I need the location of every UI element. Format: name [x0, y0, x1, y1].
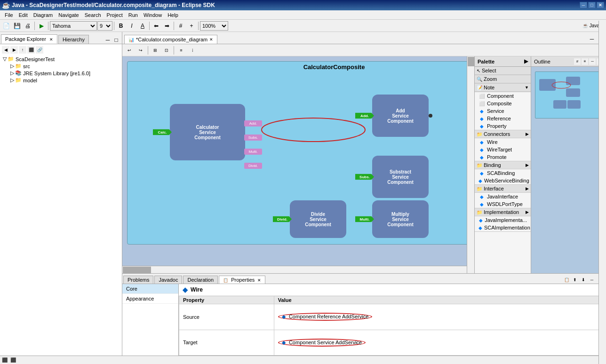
palette-item-javaimpl[interactable]: ◆ JavaImplementa...: [475, 216, 531, 224]
tree-src[interactable]: ▷ 📁 src: [2, 63, 120, 70]
menu-navigate[interactable]: Navigate: [56, 11, 81, 19]
connectors-expand-icon[interactable]: ▶: [526, 132, 529, 136]
expand-src-icon[interactable]: ▷: [9, 63, 15, 69]
palette-item-wsdlporttype[interactable]: ◆ WSDLPortType: [475, 200, 531, 208]
zoom-fit[interactable]: ⊞: [150, 45, 160, 55]
menu-help[interactable]: Help: [165, 11, 181, 19]
palette-item-reference[interactable]: ◆ Reference: [475, 115, 531, 122]
minimize-button[interactable]: ─: [580, 2, 587, 8]
tree-up[interactable]: ↑: [19, 46, 26, 54]
note-expand-icon[interactable]: ▼: [525, 85, 529, 90]
close-package-explorer[interactable]: ✕: [49, 37, 53, 42]
palette-item-scabinding[interactable]: ◆ SCABinding: [475, 169, 531, 177]
bottom-btn3[interactable]: ⬇: [580, 276, 587, 284]
diagram-canvas[interactable]: CalculatorComposite Calculator: [127, 61, 474, 245]
min-bottom[interactable]: ─: [588, 276, 596, 284]
menu-search[interactable]: Search: [82, 11, 104, 19]
binding-expand-icon[interactable]: ▶: [526, 163, 529, 167]
menu-project[interactable]: Project: [104, 11, 126, 19]
close-editor-tab[interactable]: ✕: [209, 37, 213, 42]
zoom-page[interactable]: ⊡: [161, 45, 172, 55]
zoom-in-button[interactable]: +: [186, 21, 197, 31]
bottom-btn1[interactable]: 📋: [563, 276, 570, 284]
palette-item-service[interactable]: ◆ Service: [475, 107, 531, 115]
palette-item-promote[interactable]: ◆ Promote: [475, 153, 531, 161]
impl-expand-icon[interactable]: ▶: [526, 210, 529, 214]
bottom-core-item[interactable]: Core: [122, 284, 178, 294]
tree-collapse[interactable]: ⬛: [27, 46, 35, 54]
tab-declaration[interactable]: Declaration: [183, 276, 218, 284]
palette-item-wire[interactable]: ◆ Wire: [475, 138, 531, 146]
tab-package-explorer[interactable]: Package Explorer ✕: [1, 34, 57, 44]
palette-expand-icon[interactable]: ▶: [524, 58, 528, 64]
menu-window[interactable]: Window: [141, 11, 165, 19]
palette-impl-header[interactable]: 📁 Implementation ▶: [475, 208, 531, 216]
tree-back[interactable]: ◀: [2, 46, 9, 54]
palette-item-component[interactable]: ⬜ Component: [475, 92, 531, 100]
maximize-button[interactable]: □: [588, 2, 596, 8]
menu-file[interactable]: File: [2, 11, 16, 19]
zoom-select[interactable]: 100% 75% 50% 150%: [200, 21, 228, 31]
tree-fwd[interactable]: ▶: [10, 46, 18, 54]
palette-connectors-header[interactable]: 📁 Connectors ▶: [475, 130, 531, 138]
palette-item-javainterface[interactable]: ◆ JavaInterface: [475, 193, 531, 200]
diagram-area[interactable]: CalculatorComposite Calculator: [122, 56, 474, 273]
menu-run[interactable]: Run: [126, 11, 141, 19]
palette-note-header[interactable]: 📝 Note ▼: [475, 84, 531, 92]
undo-button[interactable]: ↩: [124, 45, 135, 55]
tree-jre[interactable]: ▷ 📚 JRE System Library [jre1.6.0]: [2, 70, 120, 77]
palette-item-wiretarget[interactable]: ◆ WireTarget: [475, 146, 531, 153]
interface-expand-icon[interactable]: ▶: [526, 186, 529, 191]
align-left-button[interactable]: ⬅: [151, 21, 161, 31]
close-button[interactable]: ✕: [597, 2, 604, 8]
italic-button[interactable]: I: [127, 21, 137, 31]
font-select[interactable]: Tahoma: [50, 21, 97, 31]
min-center[interactable]: ─: [588, 35, 596, 43]
h-scrollbar[interactable]: [122, 266, 467, 273]
substract-component[interactable]: Substract Service Component Subs.: [372, 156, 429, 198]
min-outline-btn[interactable]: ─: [589, 58, 596, 65]
palette-interface-header[interactable]: 📁 Interface ▶: [475, 185, 531, 193]
palette-item-webservicebinding[interactable]: ◆ WebServiceBinding: [475, 177, 531, 184]
outline-list-btn[interactable]: ≡: [582, 58, 588, 65]
align-button[interactable]: ≡: [176, 45, 186, 55]
maximize-left-button[interactable]: □: [112, 36, 120, 44]
distribute-button[interactable]: ⫶: [187, 45, 198, 55]
v-scrollbar[interactable]: [467, 56, 474, 273]
multiply-component[interactable]: Multiply Service Component Multi.: [372, 200, 429, 238]
bottom-btn2[interactable]: ⬆: [571, 276, 579, 284]
save-button[interactable]: 💾: [12, 21, 22, 31]
h-scroll-thumb[interactable]: [123, 267, 151, 273]
tab-javadoc[interactable]: Javadoc: [154, 276, 182, 284]
print-button[interactable]: 🖨: [23, 21, 33, 31]
palette-binding-header[interactable]: 📁 Binding ▶: [475, 161, 531, 169]
menu-edit[interactable]: Edit: [16, 11, 31, 19]
outline-grid-btn[interactable]: #: [574, 58, 581, 65]
expand-model-icon[interactable]: ▷: [9, 77, 15, 83]
tree-model[interactable]: ▷ 📁 model: [2, 77, 120, 84]
menu-diagram[interactable]: Diagram: [31, 11, 56, 19]
expand-jre-icon[interactable]: ▷: [9, 70, 15, 76]
add-component[interactable]: Add Service Component Add.: [372, 95, 429, 137]
align-right-button[interactable]: ➡: [162, 21, 172, 31]
run-button[interactable]: ▶: [36, 21, 47, 31]
tree-link[interactable]: 🔗: [36, 46, 43, 54]
palette-item-composite[interactable]: ⬜ Composite: [475, 100, 531, 107]
tab-problems[interactable]: Problems: [123, 276, 153, 284]
tab-hierarchy[interactable]: Hierarchy: [58, 35, 89, 44]
minimize-left-button[interactable]: ─: [104, 36, 112, 44]
tab-properties[interactable]: 📋 Properties ✕: [219, 276, 265, 284]
grid-button[interactable]: #: [175, 21, 186, 31]
underline-button[interactable]: A: [137, 21, 148, 31]
size-select[interactable]: 9: [97, 21, 112, 31]
tree-root[interactable]: ▽ 📁 ScaDesignerTest: [2, 55, 120, 63]
redo-button[interactable]: ↪: [136, 45, 146, 55]
props-vscroll[interactable]: [598, 32, 606, 356]
bottom-appearance-item[interactable]: Appearance: [122, 294, 178, 304]
palette-select-header[interactable]: ↖ Select: [475, 67, 531, 75]
calculator-component[interactable]: Calculator Service Component Calc.: [170, 104, 245, 160]
close-properties[interactable]: ✕: [257, 278, 261, 283]
divide-component[interactable]: Divide Service Component Divid.: [290, 200, 346, 238]
tab-diagram[interactable]: 📊 *Calculator.composite_diagram ✕: [124, 35, 217, 44]
palette-zoom-header[interactable]: 🔍 Zoom: [475, 75, 531, 83]
